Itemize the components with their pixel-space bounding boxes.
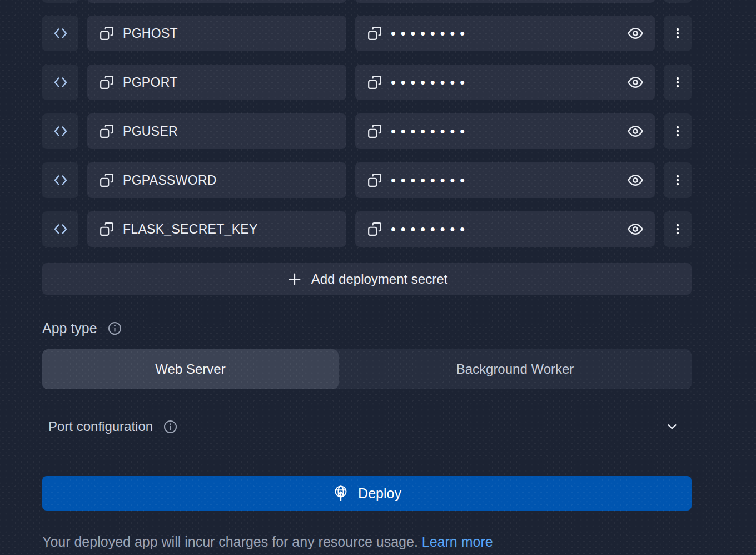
copy-icon[interactable] bbox=[100, 124, 114, 138]
secret-value-masked: •••••••• bbox=[391, 76, 470, 90]
kebab-icon bbox=[671, 174, 684, 187]
secret-row-partial bbox=[42, 0, 692, 3]
port-configuration-row[interactable]: Port configuration bbox=[42, 418, 692, 435]
kebab-icon bbox=[671, 125, 684, 138]
copy-icon[interactable] bbox=[367, 124, 382, 138]
copy-icon[interactable] bbox=[100, 173, 114, 187]
learn-more-link[interactable]: Learn more bbox=[422, 534, 493, 549]
secret-name-field[interactable] bbox=[87, 0, 346, 3]
secret-value-field[interactable]: •••••••• bbox=[355, 162, 655, 198]
secret-name-field[interactable]: PGHOST bbox=[87, 16, 346, 51]
secret-row: FLASK_SECRET_KEY •••••••• bbox=[42, 211, 692, 247]
code-icon bbox=[52, 221, 69, 237]
eye-icon[interactable] bbox=[627, 123, 644, 140]
secret-value-field[interactable] bbox=[355, 0, 655, 3]
code-icon bbox=[52, 25, 69, 42]
code-icon bbox=[52, 172, 69, 189]
secret-name-field[interactable]: FLASK_SECRET_KEY bbox=[87, 211, 346, 247]
eye-icon[interactable] bbox=[627, 25, 644, 42]
secret-value-masked: •••••••• bbox=[391, 27, 470, 41]
deploy-label: Deploy bbox=[358, 485, 401, 502]
eye-icon[interactable] bbox=[627, 172, 644, 189]
code-view-button[interactable] bbox=[42, 0, 78, 3]
app-type-label: App type bbox=[42, 320, 97, 336]
copy-icon[interactable] bbox=[100, 26, 114, 41]
secret-row: PGUSER •••••••• bbox=[42, 113, 692, 149]
secret-value-field[interactable]: •••••••• bbox=[355, 16, 655, 51]
secret-name: PGPORT bbox=[123, 75, 178, 90]
secret-name-field[interactable]: PGPORT bbox=[87, 65, 346, 100]
app-type-option-background-worker[interactable]: Background Worker bbox=[339, 349, 692, 389]
app-type-row: App type bbox=[42, 320, 692, 336]
secret-menu-button[interactable] bbox=[664, 211, 692, 247]
deploy-button[interactable]: Deploy bbox=[42, 476, 692, 511]
eye-icon[interactable] bbox=[627, 74, 644, 91]
kebab-icon bbox=[671, 27, 684, 40]
secret-value-field[interactable]: •••••••• bbox=[355, 113, 655, 149]
secret-value-masked: •••••••• bbox=[391, 125, 470, 138]
app-type-segmented-control: Web Server Background Worker bbox=[42, 349, 692, 389]
secret-menu-button[interactable] bbox=[664, 16, 692, 51]
kebab-icon bbox=[671, 76, 684, 89]
code-view-button[interactable] bbox=[42, 211, 78, 247]
deployment-config-panel: PGHOST •••••••• PGPORT •••••••• bbox=[42, 0, 692, 550]
copy-icon[interactable] bbox=[367, 222, 382, 236]
secret-row: PGHOST •••••••• bbox=[42, 16, 692, 51]
secret-name: PGHOST bbox=[123, 26, 178, 41]
kebab-icon bbox=[671, 222, 684, 236]
app-type-option-web-server[interactable]: Web Server bbox=[42, 349, 339, 389]
copy-icon[interactable] bbox=[367, 75, 382, 90]
copy-icon[interactable] bbox=[100, 75, 114, 90]
plus-icon bbox=[286, 271, 303, 288]
secret-menu-button[interactable] bbox=[664, 0, 692, 3]
eye-icon[interactable] bbox=[627, 221, 644, 237]
info-icon[interactable] bbox=[162, 419, 178, 435]
secret-menu-button[interactable] bbox=[664, 113, 692, 149]
info-icon[interactable] bbox=[107, 320, 123, 336]
code-view-button[interactable] bbox=[42, 16, 78, 51]
code-icon bbox=[52, 74, 69, 91]
copy-icon[interactable] bbox=[100, 222, 114, 236]
code-view-button[interactable] bbox=[42, 162, 78, 198]
deploy-icon bbox=[332, 485, 349, 502]
add-deployment-secret-label: Add deployment secret bbox=[311, 271, 447, 287]
secret-menu-button[interactable] bbox=[664, 65, 692, 100]
copy-icon[interactable] bbox=[367, 173, 382, 187]
secret-value-masked: •••••••• bbox=[391, 222, 470, 236]
secret-name: FLASK_SECRET_KEY bbox=[123, 222, 258, 237]
secret-row: PGPASSWORD •••••••• bbox=[42, 162, 692, 198]
secret-row: PGPORT •••••••• bbox=[42, 65, 692, 100]
secret-value-masked: •••••••• bbox=[391, 174, 470, 187]
secret-name-field[interactable]: PGUSER bbox=[87, 113, 346, 149]
code-view-button[interactable] bbox=[42, 113, 78, 149]
secret-name: PGPASSWORD bbox=[123, 173, 217, 188]
secret-value-field[interactable]: •••••••• bbox=[355, 65, 655, 100]
secret-value-field[interactable]: •••••••• bbox=[355, 211, 655, 247]
code-icon bbox=[52, 123, 69, 140]
secrets-list: PGHOST •••••••• PGPORT •••••••• bbox=[42, 16, 692, 247]
port-configuration-label: Port configuration bbox=[48, 419, 153, 434]
add-deployment-secret-button[interactable]: Add deployment secret bbox=[42, 263, 692, 295]
secret-name: PGUSER bbox=[123, 124, 178, 139]
chevron-down-icon[interactable] bbox=[665, 419, 679, 434]
secret-menu-button[interactable] bbox=[664, 162, 692, 198]
code-view-button[interactable] bbox=[42, 65, 78, 100]
copy-icon[interactable] bbox=[367, 26, 382, 41]
billing-notice-text: Your deployed app will incur charges for… bbox=[42, 534, 418, 549]
secret-name-field[interactable]: PGPASSWORD bbox=[87, 162, 346, 198]
billing-notice: Your deployed app will incur charges for… bbox=[42, 534, 692, 550]
